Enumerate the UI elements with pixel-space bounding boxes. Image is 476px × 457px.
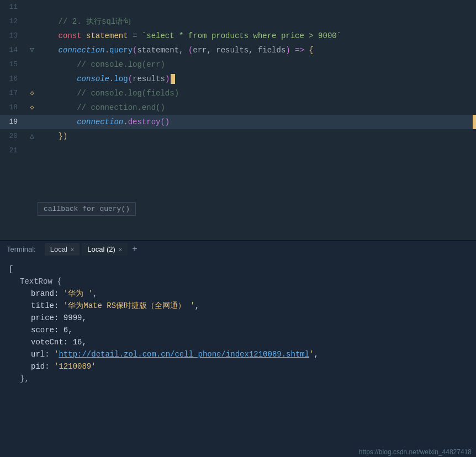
line-content-13: const statement = `select * from product…: [38, 29, 476, 43]
line-content-16: console.log(results): [38, 72, 476, 86]
gutter-18: ◇: [27, 100, 38, 115]
editor-area: 11 12 // 2. 执行sql语句 13 const statement =…: [0, 0, 476, 240]
output-field-title: title: '华为Mate RS保时捷版（全网通） ',: [9, 300, 467, 312]
tab-local2-close[interactable]: ×: [119, 246, 122, 253]
code-line-21: 21: [0, 144, 476, 158]
tab-local2[interactable]: Local (2) ×: [82, 243, 128, 256]
terminal-output: [ TextRow { brand: '华为 ', title: '华为Mate…: [0, 258, 476, 457]
line-num-15: 15: [0, 57, 27, 72]
output-field-pid: pid: '1210089': [9, 360, 467, 373]
output-textrow-open: TextRow {: [9, 275, 467, 288]
code-line-14: 14 ▽ connection.query(statement, (err, r…: [0, 43, 476, 57]
tab-add-button[interactable]: +: [130, 245, 140, 254]
output-url-link[interactable]: http://detail.zol.com.cn/cell_phone/inde…: [59, 350, 309, 359]
terminal-tabs: Terminal: Local × Local (2) × +: [0, 240, 476, 258]
line-content-18: // connection.end(): [38, 100, 476, 115]
line-num-19: 19: [0, 115, 27, 129]
gutter-20: △: [27, 129, 38, 144]
code-line-13: 13 const statement = `select * from prod…: [0, 29, 476, 43]
tab-local2-label: Local (2): [87, 245, 115, 253]
line-content-15: // console.log(err): [38, 57, 476, 72]
line-content-17: // console.log(fields): [38, 86, 476, 100]
line-num-17: 17: [0, 86, 27, 100]
terminal-label: Terminal:: [4, 245, 38, 253]
tab-local-label: Local: [50, 245, 67, 253]
output-field-brand: brand: '华为 ',: [9, 288, 467, 300]
status-url: https://blog.csdn.net/weixin_44827418: [359, 448, 472, 456]
line-num-20: 20: [0, 129, 27, 144]
line-content-20: }): [38, 129, 476, 144]
line-num-11: 11: [0, 0, 27, 14]
output-textrow-close: },: [9, 373, 467, 385]
code-line-20: 20 △ }): [0, 129, 476, 144]
line-num-16: 16: [0, 72, 27, 86]
output-field-votecnt: voteCnt: 16,: [9, 336, 467, 348]
code-line-19: 19 connection.destroy(): [0, 115, 476, 129]
line-num-14: 14: [0, 43, 27, 57]
line-content-14: connection.query(statement, (err, result…: [38, 43, 476, 57]
line-num-13: 13: [0, 29, 27, 43]
active-line-bar: [473, 115, 476, 129]
line-num-21: 21: [0, 144, 27, 158]
output-open-bracket: [: [9, 265, 13, 274]
output-field-price: price: 9999,: [9, 312, 467, 324]
gutter-14: ▽: [27, 43, 38, 57]
code-line-12: 12 // 2. 执行sql语句: [0, 14, 476, 29]
line-num-18: 18: [0, 100, 27, 115]
tooltip: callback for query(): [0, 202, 476, 216]
status-bar: https://blog.csdn.net/weixin_44827418: [355, 447, 476, 457]
output-field-url: url: 'http://detail.zol.com.cn/cell_phon…: [9, 348, 467, 360]
line-content-19: connection.destroy(): [38, 115, 476, 129]
tab-local-close[interactable]: ×: [71, 246, 74, 253]
line-content-12: // 2. 执行sql语句: [38, 14, 476, 29]
output-field-score: score: 6,: [9, 324, 467, 336]
code-line-17: 17 ◇ // console.log(fields): [0, 86, 476, 100]
code-line-16: 16 console.log(results): [0, 72, 476, 86]
code-line-15: 15 // console.log(err): [0, 57, 476, 72]
code-line-18: 18 ◇ // connection.end(): [0, 100, 476, 115]
tab-local[interactable]: Local ×: [45, 243, 80, 256]
tooltip-text: callback for query(): [38, 202, 136, 216]
code-line-11: 11: [0, 0, 476, 14]
gutter-17: ◇: [27, 86, 38, 100]
editor-empty-space: [0, 158, 476, 202]
code-lines: 11 12 // 2. 执行sql语句 13 const statement =…: [0, 0, 476, 158]
line-num-12: 12: [0, 14, 27, 29]
